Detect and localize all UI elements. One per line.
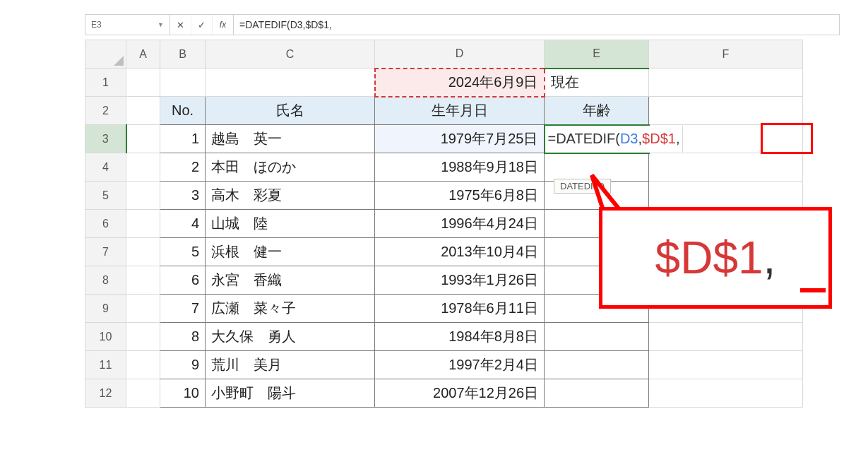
cell-C9[interactable]: 広瀬 菜々子: [206, 295, 375, 323]
cell-A11[interactable]: [126, 351, 160, 379]
cell-C2[interactable]: 氏名: [206, 97, 375, 125]
formula-input[interactable]: =DATEDIF(D3,$D$1,: [234, 19, 839, 30]
row-header-1[interactable]: 1: [85, 69, 126, 97]
row-header-12[interactable]: 12: [85, 379, 126, 408]
cell-B1[interactable]: [160, 69, 206, 97]
col-header-E[interactable]: E: [545, 40, 649, 69]
cell-C5[interactable]: 高木 彩夏: [206, 182, 375, 210]
cell-D10[interactable]: 1984年8月8日: [375, 323, 545, 351]
cell-D2[interactable]: 生年月日: [375, 97, 545, 125]
col-header-A[interactable]: A: [126, 40, 160, 69]
cell-F1[interactable]: [649, 69, 803, 97]
cell-C8[interactable]: 永宮 香織: [206, 266, 375, 295]
cell-A12[interactable]: [126, 379, 160, 408]
cell-B12[interactable]: 10: [160, 379, 206, 408]
cell-B6[interactable]: 4: [160, 210, 206, 238]
row-header-8[interactable]: 8: [85, 266, 126, 295]
e3-prefix: =DATEDIF(: [548, 131, 620, 147]
cell-A10[interactable]: [126, 323, 160, 351]
name-box[interactable]: E3 ▼: [85, 15, 170, 35]
cell-F5[interactable]: [649, 182, 803, 210]
cell-C6[interactable]: 山城 陸: [206, 210, 375, 238]
check-icon: ✓: [198, 20, 206, 30]
col-header-B[interactable]: B: [160, 40, 206, 69]
cell-A6[interactable]: [126, 210, 160, 238]
cancel-button[interactable]: ✕: [170, 15, 191, 35]
row-header-9[interactable]: 9: [85, 295, 126, 323]
cell-B2[interactable]: No.: [160, 97, 206, 125]
cell-E1[interactable]: 現在: [545, 69, 649, 97]
insert-function-button[interactable]: fx: [213, 15, 234, 35]
formula-text: =DATEDIF(D3,$D$1,: [239, 19, 332, 30]
callout-comma: ,: [763, 232, 776, 284]
col-header-F[interactable]: F: [649, 40, 803, 69]
cell-A8[interactable]: [126, 266, 160, 295]
cell-D4[interactable]: 1988年9月18日: [375, 153, 545, 182]
row-header-4[interactable]: 4: [85, 153, 126, 182]
cell-D9[interactable]: 1978年6月11日: [375, 295, 545, 323]
e3-ref1: D3: [620, 131, 638, 147]
cell-D8[interactable]: 1993年1月26日: [375, 266, 545, 295]
e3-ref2: $D$1: [642, 131, 676, 147]
cell-A5[interactable]: [126, 182, 160, 210]
callout-text: $D$1: [655, 232, 763, 284]
col-header-C[interactable]: C: [206, 40, 375, 69]
cell-C11[interactable]: 荒川 美月: [206, 351, 375, 379]
row-header-2[interactable]: 2: [85, 97, 126, 125]
row-header-3[interactable]: 3: [85, 125, 126, 153]
cell-D7[interactable]: 2013年10月4日: [375, 238, 545, 266]
formula-bar-buttons: ✕ ✓ fx =DATEDIF(D3,$D$1,: [170, 15, 839, 35]
cell-B5[interactable]: 3: [160, 182, 206, 210]
select-all-corner[interactable]: [85, 40, 126, 69]
cell-C1[interactable]: [206, 69, 375, 97]
cell-D5[interactable]: 1975年6月8日: [375, 182, 545, 210]
cell-E2[interactable]: 年齢: [545, 97, 649, 125]
cancel-icon: ✕: [177, 20, 184, 30]
row-header-11[interactable]: 11: [85, 351, 126, 379]
cell-C12[interactable]: 小野町 陽斗: [206, 379, 375, 408]
cell-D1[interactable]: 2024年6月9日: [375, 69, 545, 97]
row-header-6[interactable]: 6: [85, 210, 126, 238]
cell-F11[interactable]: [649, 351, 803, 379]
cell-E3-editor[interactable]: =DATEDIF(D3,$D$1,: [545, 126, 684, 153]
row-header-7[interactable]: 7: [85, 238, 126, 266]
name-box-dropdown-icon[interactable]: ▼: [157, 21, 164, 28]
cell-A2[interactable]: [126, 97, 160, 125]
enter-button[interactable]: ✓: [191, 15, 213, 35]
cell-E10[interactable]: [545, 323, 649, 351]
row-header-5[interactable]: 5: [85, 182, 126, 210]
cell-D3[interactable]: 1979年7月25日: [375, 125, 545, 153]
cell-F2[interactable]: [649, 97, 803, 125]
cell-F4[interactable]: [649, 153, 803, 182]
cell-E12[interactable]: [545, 379, 649, 408]
cell-B7[interactable]: 5: [160, 238, 206, 266]
cell-C3[interactable]: 越島 英一: [206, 125, 375, 153]
cell-E3[interactable]: =DATEDIF(D3,$D$1,: [545, 125, 649, 153]
cell-D12[interactable]: 2007年12月26日: [375, 379, 545, 408]
cell-D6[interactable]: 1996年4月24日: [375, 210, 545, 238]
cell-A7[interactable]: [126, 238, 160, 266]
cell-A9[interactable]: [126, 295, 160, 323]
cell-C10[interactable]: 大久保 勇人: [206, 323, 375, 351]
name-box-value: E3: [91, 20, 102, 30]
cell-A3[interactable]: [126, 125, 160, 153]
cell-A4[interactable]: [126, 153, 160, 182]
e3-comma2: ,: [676, 131, 680, 147]
cell-C4[interactable]: 本田 ほのか: [206, 153, 375, 182]
row-header-10[interactable]: 10: [85, 323, 126, 351]
cell-F10[interactable]: [649, 323, 803, 351]
cell-A1[interactable]: [126, 69, 160, 97]
cell-B8[interactable]: 6: [160, 266, 206, 295]
cell-B11[interactable]: 9: [160, 351, 206, 379]
cell-D11[interactable]: 1997年2月4日: [375, 351, 545, 379]
cell-C7[interactable]: 浜根 健一: [206, 238, 375, 266]
cell-B9[interactable]: 7: [160, 295, 206, 323]
cell-B4[interactable]: 2: [160, 153, 206, 182]
annotation-callout: $D$1,: [599, 207, 832, 309]
cell-B10[interactable]: 8: [160, 323, 206, 351]
cell-F12[interactable]: [649, 379, 803, 408]
fx-icon: fx: [220, 20, 226, 30]
col-header-D[interactable]: D: [375, 40, 545, 69]
cell-B3[interactable]: 1: [160, 125, 206, 153]
cell-E11[interactable]: [545, 351, 649, 379]
